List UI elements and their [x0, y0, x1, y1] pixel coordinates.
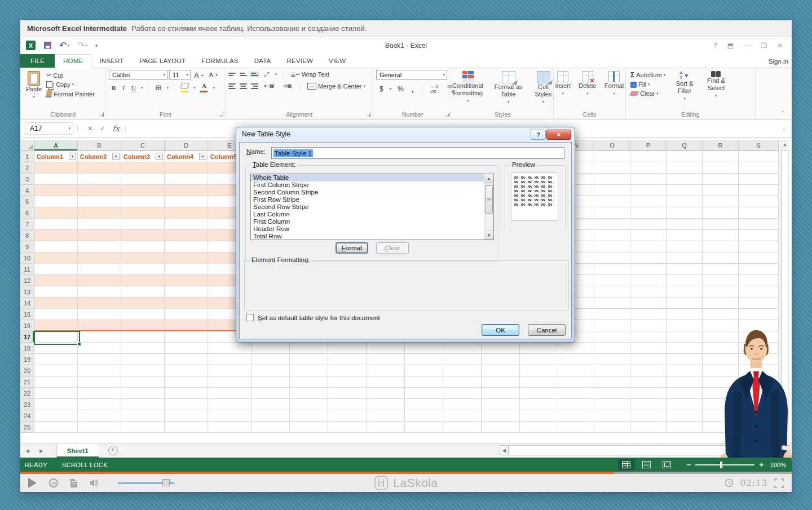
table-element-option[interactable]: Second Column Stripe: [251, 189, 493, 196]
cell-o21[interactable]: [594, 376, 630, 388]
clear-element-button[interactable]: Clear: [376, 242, 409, 254]
cell-p4[interactable]: [630, 185, 667, 196]
cell-l23[interactable]: [482, 399, 520, 410]
redo-button[interactable]: ↷▾: [77, 40, 87, 51]
page-layout-view-button[interactable]: [638, 459, 655, 471]
format-painter-button[interactable]: Format Painter: [45, 90, 96, 98]
cell-l22[interactable]: [482, 388, 520, 399]
table-element-option[interactable]: Second Row Stripe: [251, 203, 493, 211]
cell-h24[interactable]: [328, 410, 367, 422]
cell-c19[interactable]: [121, 354, 165, 365]
cell-h21[interactable]: [328, 376, 367, 388]
cell-b12[interactable]: [78, 275, 121, 286]
cell-c13[interactable]: [121, 286, 165, 298]
decrease-indent-button[interactable]: ⇤≣: [262, 82, 276, 90]
cell-c14[interactable]: [121, 298, 165, 309]
cell-o22[interactable]: [594, 388, 630, 399]
cell-n25[interactable]: [558, 422, 594, 433]
cell-r14[interactable]: [703, 298, 739, 309]
transcript-button[interactable]: [70, 479, 77, 487]
cell-k20[interactable]: [443, 365, 482, 376]
cell-o8[interactable]: [594, 230, 630, 241]
cell-m21[interactable]: [520, 376, 558, 388]
cell-c3[interactable]: [121, 174, 165, 185]
autosum-button[interactable]: ΣAutoSum▾: [629, 70, 667, 79]
cell-s15[interactable]: [739, 309, 779, 320]
cell-b6[interactable]: [78, 207, 121, 219]
cell-k25[interactable]: [443, 422, 482, 433]
tab-data[interactable]: DATA: [246, 55, 279, 68]
row-header-1[interactable]: 1: [20, 151, 34, 162]
cell-s12[interactable]: [739, 275, 779, 286]
cell-m19[interactable]: [520, 354, 558, 365]
row-header-3[interactable]: 3: [20, 174, 34, 185]
tab-insert[interactable]: INSERT: [91, 55, 131, 68]
cell-r9[interactable]: [703, 241, 739, 252]
cell-c1[interactable]: Column3▼: [121, 151, 165, 162]
cell-h22[interactable]: [328, 388, 367, 399]
cell-q13[interactable]: [667, 286, 703, 298]
cell-d1[interactable]: Column4▼: [165, 151, 208, 162]
accounting-format-button[interactable]: $: [378, 85, 385, 94]
cell-s14[interactable]: [739, 298, 779, 309]
help-button[interactable]: ?: [713, 42, 717, 50]
cell-b8[interactable]: [78, 230, 121, 241]
cell-i21[interactable]: [367, 376, 405, 388]
cell-j23[interactable]: [405, 399, 443, 410]
row-header-19[interactable]: 19: [20, 354, 34, 365]
cell-d12[interactable]: [165, 275, 208, 286]
cell-p8[interactable]: [630, 230, 667, 241]
cell-c6[interactable]: [121, 207, 165, 219]
cell-a3[interactable]: [34, 174, 78, 185]
cell-g23[interactable]: [290, 399, 328, 410]
cell-r4[interactable]: [703, 185, 739, 196]
cell-o7[interactable]: [594, 219, 630, 230]
alignment-dialog-launcher[interactable]: [366, 112, 371, 117]
cell-i19[interactable]: [367, 354, 405, 365]
cell-g20[interactable]: [290, 365, 328, 376]
cell-a14[interactable]: [34, 298, 78, 309]
column-header-d[interactable]: D: [165, 140, 208, 151]
sort-filter-button[interactable]: AZ▼ Sort & Filter▾: [670, 70, 699, 103]
cell-q16[interactable]: [667, 320, 703, 331]
cell-d13[interactable]: [165, 286, 208, 298]
cell-o6[interactable]: [594, 207, 630, 219]
cell-h18[interactable]: [328, 343, 367, 354]
cell-a23[interactable]: [34, 399, 78, 410]
table-element-option[interactable]: Whole Table: [251, 174, 493, 181]
cell-q21[interactable]: [667, 376, 703, 388]
cell-d21[interactable]: [165, 376, 208, 388]
row-header-4[interactable]: 4: [20, 185, 34, 196]
cell-d25[interactable]: [165, 422, 208, 433]
cell-d16[interactable]: [165, 320, 208, 331]
cell-p3[interactable]: [630, 174, 667, 185]
cell-f18[interactable]: [251, 343, 290, 354]
cell-e25[interactable]: [208, 422, 251, 433]
cell-b23[interactable]: [78, 399, 121, 410]
cell-p2[interactable]: [630, 162, 667, 174]
save-button[interactable]: [44, 42, 51, 49]
volume-slider[interactable]: [118, 482, 174, 484]
cell-q11[interactable]: [667, 264, 703, 275]
cell-s11[interactable]: [739, 264, 779, 275]
cell-a15[interactable]: [34, 309, 78, 320]
cell-p16[interactable]: [630, 320, 667, 331]
column-header-a[interactable]: A: [34, 140, 78, 151]
cell-c7[interactable]: [121, 219, 165, 230]
cell-c18[interactable]: [121, 343, 165, 354]
cell-b17[interactable]: [78, 331, 121, 343]
cell-i20[interactable]: [367, 365, 405, 376]
format-cells-button[interactable]: Format▾: [602, 70, 627, 98]
cell-m23[interactable]: [520, 399, 558, 410]
cell-e23[interactable]: [208, 399, 251, 410]
row-header-16[interactable]: 16: [20, 320, 34, 331]
cell-l24[interactable]: [482, 410, 520, 422]
cell-q18[interactable]: [667, 343, 703, 354]
clipboard-dialog-launcher[interactable]: [99, 112, 104, 117]
cell-o18[interactable]: [594, 343, 630, 354]
cell-r1[interactable]: [703, 151, 739, 162]
cell-c16[interactable]: [121, 320, 165, 331]
delete-cells-button[interactable]: ✕ Delete▾: [576, 70, 599, 98]
cell-h20[interactable]: [328, 365, 367, 376]
cell-f19[interactable]: [251, 354, 290, 365]
